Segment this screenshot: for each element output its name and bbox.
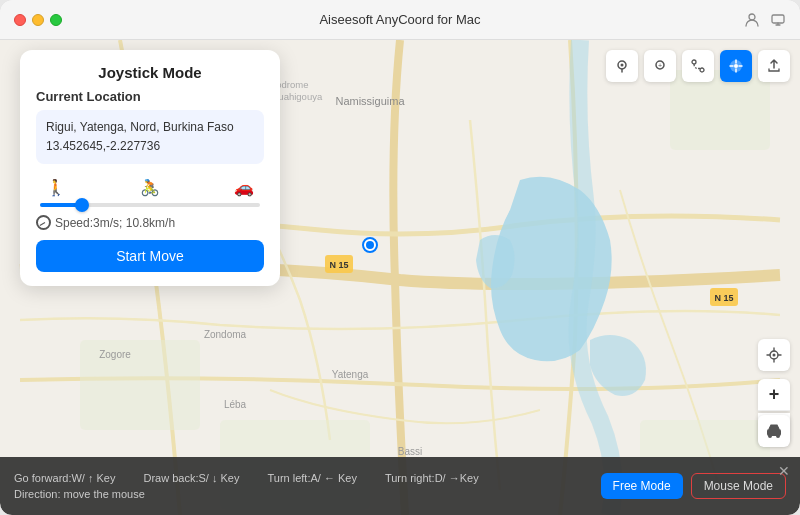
panel-location-box: Rigui, Yatenga, Nord, Burkina Faso 13.45… [36, 110, 264, 164]
svg-text:N 15: N 15 [714, 293, 733, 303]
start-move-button[interactable]: Start Move [36, 240, 264, 272]
transport-mode-row: 🚶 🚴 🚗 [36, 178, 264, 197]
keyboard-shortcuts: Go forward:W/ ↑ Key Draw back:S/ ↓ Key T… [14, 472, 591, 500]
user-icon[interactable] [744, 12, 760, 28]
fullscreen-button[interactable] [50, 14, 62, 26]
svg-text:Yatenga: Yatenga [332, 369, 369, 380]
svg-text:N 15: N 15 [329, 260, 348, 270]
speed-text: Speed:3m/s; 10.8km/h [55, 216, 175, 230]
free-mode-button[interactable]: Free Mode [601, 473, 683, 499]
location-dot-center [366, 241, 374, 249]
shortcuts-row-1: Go forward:W/ ↑ Key Draw back:S/ ↓ Key T… [14, 472, 591, 484]
svg-rect-1 [772, 15, 784, 23]
speed-slider-thumb[interactable] [75, 198, 89, 212]
app-window: Aiseesoft AnyCoord for Mac [0, 0, 800, 515]
export-icon-btn[interactable] [758, 50, 790, 82]
svg-text:Zogore: Zogore [99, 349, 131, 360]
bike-icon[interactable]: 🚴 [140, 178, 160, 197]
speedometer-icon [36, 215, 51, 230]
shortcut-back: Draw back:S/ ↓ Key [143, 472, 239, 484]
pin2-icon-btn[interactable]: + [644, 50, 676, 82]
speed-slider-track[interactable] [40, 203, 260, 207]
svg-point-0 [749, 14, 755, 20]
location-dot-ring [362, 237, 378, 253]
traffic-lights [14, 14, 62, 26]
pin-icon-btn[interactable] [606, 50, 638, 82]
svg-point-27 [734, 64, 738, 68]
display-icon[interactable] [770, 12, 786, 28]
svg-text:Namissiguima: Namissiguima [335, 95, 405, 107]
bottom-close-icon[interactable]: ✕ [778, 463, 790, 479]
car-mode-icon[interactable] [758, 415, 790, 447]
bottom-bar: ✕ Go forward:W/ ↑ Key Draw back:S/ ↓ Key… [0, 457, 800, 515]
svg-text:Bassi: Bassi [398, 446, 422, 457]
shortcut-forward: Go forward:W/ ↑ Key [14, 472, 115, 484]
svg-text:+: + [658, 62, 662, 69]
app-title: Aiseesoft AnyCoord for Mac [319, 12, 480, 27]
zoom-in-button[interactable]: + [758, 379, 790, 411]
minimize-button[interactable] [32, 14, 44, 26]
shortcut-left: Turn left:A/ ← Key [267, 472, 356, 484]
current-location-marker [359, 234, 381, 256]
joystick-panel: Joystick Mode Current Location Rigui, Ya… [20, 50, 280, 286]
panel-title: Joystick Mode [36, 64, 264, 81]
speed-slider-row [36, 203, 264, 207]
svg-rect-8 [670, 70, 770, 150]
svg-point-32 [776, 434, 780, 438]
svg-point-29 [773, 354, 776, 357]
speed-slider-fill [40, 203, 80, 207]
route-icon-btn[interactable] [682, 50, 714, 82]
speed-label: Speed:3m/s; 10.8km/h [36, 215, 264, 230]
svg-text:Léba: Léba [224, 399, 247, 410]
svg-point-24 [692, 60, 696, 64]
car-icon[interactable]: 🚗 [234, 178, 254, 197]
shortcut-right: Turn right:D/ →Key [385, 472, 479, 484]
location-text: Rigui, Yatenga, Nord, Burkina Faso [46, 120, 234, 134]
svg-text:Zondoma: Zondoma [204, 329, 247, 340]
titlebar-icons [744, 12, 786, 28]
walk-icon[interactable]: 🚶 [46, 178, 66, 197]
car-bottom-btn[interactable] [758, 415, 790, 447]
joystick-icon-btn[interactable] [720, 50, 752, 82]
svg-point-31 [768, 434, 772, 438]
shortcuts-row-2: Direction: move the mouse [14, 488, 591, 500]
mode-buttons: Free Mode Mouse Mode [601, 473, 786, 499]
direction-text: Direction: move the mouse [14, 488, 145, 500]
panel-location-label: Current Location [36, 89, 264, 104]
svg-point-25 [700, 68, 704, 72]
close-button[interactable] [14, 14, 26, 26]
coordinates-text: 13.452645,-2.227736 [46, 139, 160, 153]
titlebar: Aiseesoft AnyCoord for Mac [0, 0, 800, 40]
svg-point-21 [621, 64, 624, 67]
svg-rect-9 [80, 340, 200, 430]
map-toolbar: + [606, 50, 790, 82]
locate-button[interactable] [758, 339, 790, 371]
main-content: N 15 N 15 Namissiguima Zogore Zondoma [0, 40, 800, 515]
mouse-mode-button[interactable]: Mouse Mode [691, 473, 786, 499]
